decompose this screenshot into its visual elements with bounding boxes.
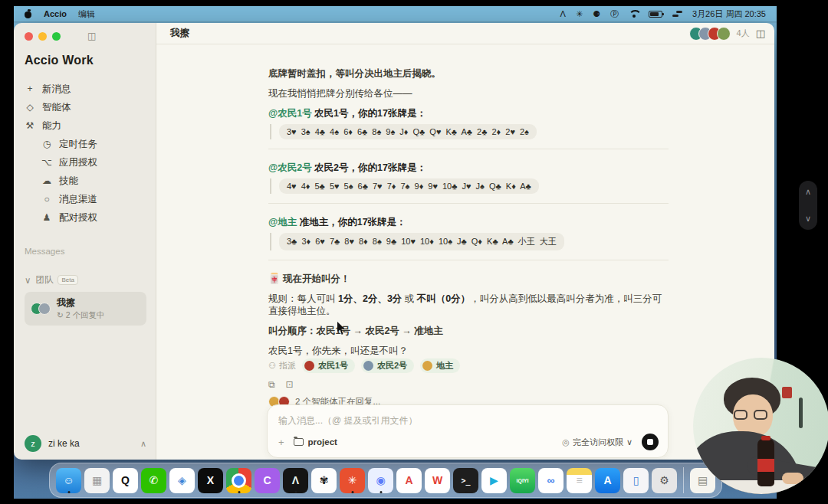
project-chip[interactable]: project — [294, 437, 337, 447]
door-handle — [799, 398, 803, 428]
p-circle-status-icon[interactable]: Ⓟ — [610, 8, 619, 20]
scroll-down-icon[interactable]: ∨ — [805, 214, 811, 224]
user-account-row[interactable]: z zi ke ka ∧ — [25, 435, 146, 452]
scroll-up-icon[interactable]: ∧ — [805, 187, 811, 197]
sidebar-item-abilities[interactable]: ⚒ 能力 — [25, 116, 146, 135]
close-window-button[interactable] — [25, 32, 33, 41]
sidebar: ◫ Accio Work + 新消息 ◇ 智能体 ⚒ 能力 ◷ 定时任务 ⌥ 应… — [14, 23, 156, 460]
avatar — [363, 361, 373, 371]
dock-chatgpt-icon[interactable]: ✾ — [311, 468, 337, 493]
dock-gradient-a-icon[interactable]: A — [396, 468, 422, 493]
assign-row: ⚇指派 农民1号 农民2号 地主 — [268, 358, 669, 373]
dock-chrome-icon[interactable] — [226, 468, 251, 493]
avatar — [422, 361, 432, 371]
chat-title: 我擦 — [170, 27, 189, 40]
permission-selector[interactable]: ◎ 完全访问权限 ∨ — [562, 437, 632, 448]
agent-pill-farmer2[interactable]: 农民2号 — [361, 358, 414, 373]
dock-app-store-icon[interactable]: A — [595, 468, 620, 493]
mention-farmer1[interactable]: @农民1号 — [268, 108, 312, 119]
cat-status-icon[interactable]: ⚈ — [593, 9, 600, 19]
sidebar-item-app-authorization[interactable]: ⌥ 应用授权 — [25, 153, 146, 172]
attach-plus-button[interactable]: + — [278, 437, 284, 448]
apple-logo-icon[interactable] — [25, 9, 32, 18]
dock-starburst-app-icon[interactable]: ✳ — [340, 468, 365, 493]
dock-arc-icon[interactable]: Λ — [283, 468, 308, 493]
menubar-app-name[interactable]: Accio — [44, 9, 67, 18]
card-list-farmer2: 4♥ 4♦ 5♣ 5♥ 5♠ 6♣ 7♥ 7♦ 7♠ 9♦ 9♥ 10♣ J♥ … — [279, 178, 539, 194]
user-avatar: z — [25, 435, 41, 452]
message-line: @地主 准地主，你的17张牌是： — [268, 216, 669, 228]
dock-notes-icon[interactable]: ≡ — [567, 468, 592, 493]
card-list-farmer1: 3♥ 3♠ 4♣ 4♠ 6♦ 6♣ 8♠ 9♠ J♦ Q♣ Q♥ K♣ A♣ 2… — [279, 124, 537, 139]
sidebar-item-new-message[interactable]: + 新消息 — [25, 80, 146, 98]
chevron-down-icon: ∨ — [626, 437, 632, 447]
beta-badge: Beta — [58, 275, 77, 285]
dock-settings-icon[interactable]: ⚙ — [652, 468, 677, 493]
app-logo: Accio Work — [25, 54, 146, 67]
mahjong-emoji: 🀄 — [268, 273, 281, 284]
dock-iphone-mirroring-icon[interactable]: ▯ — [623, 468, 649, 493]
pin-icon[interactable]: ⊡ — [286, 379, 294, 390]
chat-body[interactable]: 底牌暂时盖扣，等叫分决出地主后揭晓。 现在我悄悄把牌分别传给各位—— @农民1号… — [156, 44, 774, 460]
desktop: Accio 编辑 Λ ✳ ⚈ Ⓟ 3月26日 周四 20:35 ◫ Accio … — [14, 6, 777, 499]
dock-qq-icon[interactable]: Q — [113, 468, 138, 493]
dock-capcut-icon[interactable]: X — [198, 468, 223, 493]
member-count: 4人 — [737, 28, 750, 39]
dock-quark-icon[interactable]: ◈ — [169, 468, 195, 493]
card-quote-block: 4♥ 4♦ 5♣ 5♥ 5♠ 6♣ 7♥ 7♦ 7♠ 9♦ 9♥ 10♣ J♥ … — [270, 178, 669, 194]
dock-ribbon-app-icon[interactable]: ∞ — [538, 468, 564, 493]
message-composer: + project ◎ 完全访问权限 ∨ — [267, 404, 669, 458]
message-actions: ⧉ ⊡ — [268, 379, 669, 390]
share-icon: ⌥ — [41, 157, 52, 168]
sidebar-item-skills[interactable]: ☁ 技能 — [25, 172, 146, 190]
menubar-edit-menu[interactable]: 编辑 — [78, 8, 95, 20]
team-section-header[interactable]: ∨ 团队 Beta — [25, 274, 146, 286]
triangle-status-icon[interactable]: Λ — [560, 9, 566, 18]
mention-farmer2[interactable]: @农民2号 — [268, 162, 312, 173]
accio-work-window: ◫ Accio Work + 新消息 ◇ 智能体 ⚒ 能力 ◷ 定时任务 ⌥ 应… — [14, 23, 774, 460]
member-avatars[interactable] — [689, 27, 731, 41]
divider — [268, 203, 669, 204]
control-center-icon[interactable] — [672, 10, 682, 18]
mention-landlord[interactable]: @地主 — [268, 217, 297, 227]
agent-pill-farmer1[interactable]: 农民1号 — [302, 358, 355, 373]
message-input[interactable] — [278, 415, 657, 426]
divider — [268, 260, 669, 260]
sidebar-item-scheduled-tasks[interactable]: ◷ 定时任务 — [25, 135, 146, 153]
minimize-window-button[interactable] — [38, 32, 47, 41]
bidding-order: 叫分顺序：农民1号 → 农民2号 → 准地主 — [268, 325, 669, 337]
dock-finder-icon[interactable]: ☺ — [56, 468, 81, 493]
side-panel-icon[interactable]: ◫ — [756, 28, 765, 39]
dock-wechat-icon[interactable]: ✆ — [141, 468, 166, 493]
sidebar-item-message-channels[interactable]: ○ 消息渠道 — [25, 190, 146, 208]
starburst-status-icon[interactable]: ✳ — [576, 9, 583, 19]
dock-doubao-icon[interactable]: ◉ — [368, 468, 393, 493]
ring-icon: ○ — [41, 194, 52, 205]
copy-icon[interactable]: ⧉ — [268, 379, 275, 390]
agent-pill-landlord[interactable]: 地主 — [420, 358, 460, 373]
sidebar-item-pairing-authorization[interactable]: ♟ 配对授权 — [25, 208, 146, 227]
stop-button[interactable] — [642, 434, 659, 450]
bidding-rules: 规则：每人可叫 1分、2分、3分 或 不叫（0分），叫分从高到低以最高叫分者为准… — [268, 293, 669, 317]
dock-iqiyi-icon[interactable]: iQIYI — [510, 468, 535, 493]
dock-video-player-icon[interactable]: ▶ — [481, 468, 507, 493]
message-line: 底牌暂时盖扣，等叫分决出地主后揭晓。 — [268, 67, 669, 80]
zoom-window-button[interactable] — [52, 32, 61, 41]
sidebar-item-agents[interactable]: ◇ 智能体 — [25, 98, 146, 116]
dock-cat-app-icon[interactable]: C — [255, 468, 280, 493]
dock-wps-icon[interactable]: W — [425, 468, 450, 493]
dock-terminal-icon[interactable]: >_ — [453, 468, 478, 493]
conversation-list-item[interactable]: 我擦 ↻ 2 个回复中 — [25, 292, 146, 326]
dock-launchpad-icon[interactable]: ▦ — [84, 468, 110, 493]
scroll-control[interactable]: ∧ ∨ — [799, 181, 817, 230]
message-line: @农民1号 农民1号，你的17张牌是： — [268, 107, 669, 119]
message-thread: 底牌暂时盖扣，等叫分决出地主后揭晓。 现在我悄悄把牌分别传给各位—— @农民1号… — [268, 67, 669, 418]
person-icon: ♟ — [41, 212, 52, 223]
card-quote-block: 3♣ 3♦ 6♥ 7♣ 8♥ 8♦ 8♠ 9♣ 10♥ 10♦ 10♠ J♣ Q… — [270, 233, 669, 250]
battery-icon[interactable] — [649, 11, 662, 18]
wall-decoration — [782, 387, 792, 398]
sidebar-toggle-icon[interactable]: ◫ — [87, 31, 96, 41]
wifi-icon[interactable] — [629, 10, 639, 18]
avatar — [717, 27, 731, 41]
menubar-clock[interactable]: 3月26日 周四 20:35 — [692, 8, 766, 20]
